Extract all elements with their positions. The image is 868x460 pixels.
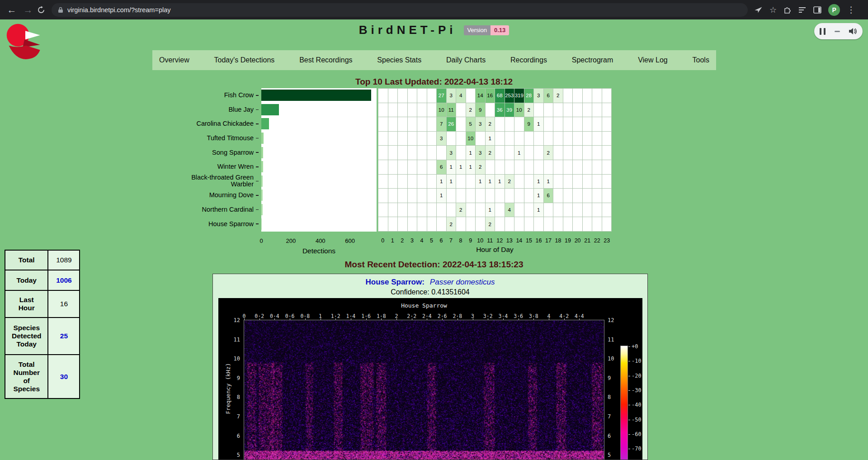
heatmap-xtick-label: 11 [487,237,493,244]
colorbar-tick-mark [628,376,630,376]
heatmap-cell [592,203,602,218]
bar-xtick-label: 600 [345,237,355,244]
nav-item-best-recordings[interactable]: Best Recordings [299,56,352,64]
heatmap-cell [544,132,554,146]
heatmap-cell [514,189,524,203]
heatmap-cell: 39 [505,103,515,118]
heatmap-cell: 36 [495,103,505,118]
heatmap-cell [514,160,524,175]
heatmap-cell [378,217,388,232]
stats-value[interactable]: 1006 [48,270,80,290]
nav-item-recordings[interactable]: Recordings [510,56,547,64]
heatmap-xtick-label: 6 [440,237,443,244]
heatmap-cell [466,89,476,103]
heatmap-cell [592,189,602,203]
heatmap-cell [505,160,515,175]
heatmap-cell [408,189,418,203]
heatmap-cell [514,117,524,132]
spectrogram-ytick-label: 12 [218,317,240,323]
heatmap-cell: 3 [447,146,457,160]
bar-x-axis-title: Detections [261,247,377,255]
heatmap-cell [583,117,593,132]
heatmap-cell [495,160,505,175]
heatmap-cell: 28 [524,89,534,103]
volume-icon[interactable] [849,28,857,35]
heatmap-xtick-label: 15 [526,237,532,244]
colorbar-tick-mark [628,405,630,405]
heatmap-cell [563,103,573,118]
heatmap-cell [417,132,427,146]
most-recent-heading: Most Recent Detection: 2022-04-13 18:15:… [0,260,868,270]
nav-item-tools[interactable]: Tools [693,56,709,64]
heatmap-cell [466,189,476,203]
heatmap-xtick-label: 5 [430,237,433,244]
detections-bar [261,147,263,158]
heatmap-cell [456,175,466,189]
heatmap-cell [398,203,408,218]
heatmap-cell [592,160,602,175]
send-icon[interactable] [754,6,763,14]
species-label-text: Tufted Titmouse [207,135,254,142]
heatmap-cell [495,132,505,146]
reading-list-icon[interactable] [798,7,807,13]
detections-bar [261,118,269,129]
nav-item-overview[interactable]: Overview [159,56,189,64]
species-labels: Fish CrowBlue JayCarolina ChickadeeTufte… [177,88,259,232]
heatmap-cell: 1 [534,175,544,189]
heatmap-xtick-label: 19 [565,237,571,244]
heatmap-cell [544,103,554,118]
nav-item-view-log[interactable]: View Log [638,56,668,64]
stats-row: Today1006 [5,270,80,290]
stats-row: Last Hour16 [5,290,80,318]
heatmap-cell [437,203,447,218]
heatmap-xtick-label: 22 [594,237,600,244]
heatmap-cell [447,132,457,146]
menu-kebab-icon[interactable]: ⋮ [847,5,855,14]
heatmap-cell [602,117,612,132]
species-label: Tufted Titmouse [177,131,259,146]
heatmap-cell [514,175,524,189]
heatmap-cell: 2 [466,103,476,118]
bar-row [261,203,377,217]
profile-avatar[interactable]: P [828,4,840,16]
extensions-puzzle-icon[interactable] [783,6,792,14]
detection-species[interactable]: House Sparrow: [366,278,425,286]
reload-icon[interactable] [37,6,45,14]
heatmap-cell [417,160,427,175]
nav-item-daily-charts[interactable]: Daily Charts [446,56,486,64]
pause-icon[interactable] [820,28,826,35]
heatmap-cell [534,160,544,175]
side-panel-icon[interactable] [813,6,821,14]
heatmap-cell [378,203,388,218]
stats-value[interactable]: 25 [48,318,80,355]
back-icon[interactable]: ← [4,5,20,15]
stats-value[interactable]: 30 [48,355,80,398]
heatmap-cell [592,117,602,132]
heatmap-cell [602,203,612,218]
nav-item-species-stats[interactable]: Species Stats [377,56,421,64]
bar-row [261,174,377,189]
nav-item-today-s-detections[interactable]: Today's Detections [214,56,275,64]
heatmap-cell [573,132,583,146]
forward-icon[interactable]: → [20,5,36,15]
heatmap-cell [583,146,593,160]
audio-player[interactable] [814,23,863,39]
axis-tick [256,109,259,110]
url-bar[interactable]: virginia.birdnetpi.com/?stream=play [52,3,748,17]
heatmap-cell: 26 [447,117,457,132]
seek-dash[interactable] [835,31,840,32]
heatmap-cell [388,160,398,175]
heatmap-cell [534,217,544,232]
heatmap-cell: 1 [447,160,457,175]
nav-item-spectrogram[interactable]: Spectrogram [572,56,613,64]
heatmap-cell [417,189,427,203]
bookmark-star-icon[interactable]: ☆ [769,6,777,14]
heatmap-cell: 1 [534,203,544,218]
heatmap-xtick-label: 0 [381,237,384,244]
colorbar-tick-mark [628,420,630,420]
heatmap-panel: 2734141668253319283621011293639102726532… [378,88,612,232]
heatmap-cell [408,117,418,132]
heatmap-cell [476,203,486,218]
heatmap-cell [486,189,495,203]
colorbar-tick-label: -20 [632,373,642,379]
